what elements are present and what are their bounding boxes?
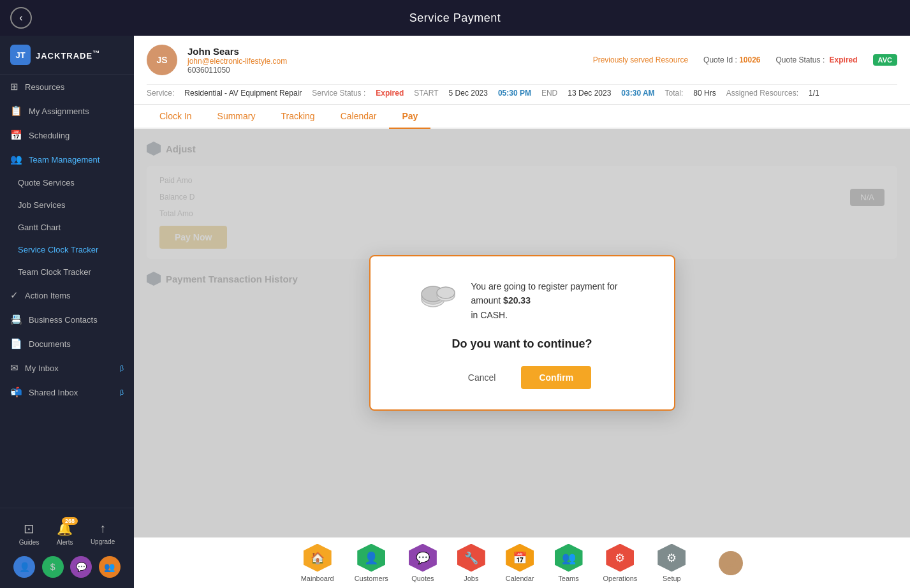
teams-icon: 👥 (555, 544, 583, 572)
documents-icon: 📄 (10, 338, 22, 349)
service-status-val: Expired (376, 89, 404, 98)
service-label: Service: (147, 89, 174, 98)
modal-icon-row: You are going to register payment for am… (420, 279, 624, 322)
tab-summary[interactable]: Summary (205, 105, 268, 129)
end-time: 03:30 AM (621, 89, 654, 98)
nav-setup[interactable]: ⚙ Setup (657, 544, 686, 582)
user-icon-dollar[interactable]: $ (42, 556, 64, 578)
sidebar-item-scheduling[interactable]: 📅 Scheduling (0, 123, 134, 147)
tab-calendar[interactable]: Calendar (328, 105, 390, 129)
sidebar-item-job-services[interactable]: Job Services (0, 194, 134, 216)
sidebar-item-team-clock-tracker[interactable]: Team Clock Tracker (0, 261, 134, 283)
sidebar: JT JACKTRADE™ ⊞ Resources 📋 My Assignmen… (0, 36, 134, 588)
coins-icon (420, 281, 459, 320)
sidebar-item-service-clock-tracker[interactable]: Service Clock Tracker (0, 239, 134, 261)
guides-icon: ⊡ (24, 521, 34, 536)
content-area: JS John Sears john@electronic-lifestyle.… (134, 36, 910, 588)
tab-pay[interactable]: Pay (389, 105, 430, 129)
user-icon-row: 👤 $ 💬 👥 (0, 551, 134, 580)
user-icon-group[interactable]: 👥 (99, 556, 121, 578)
previously-served: Previously served Resource (593, 55, 688, 64)
team-mgmt-icon: 👥 (10, 154, 22, 165)
business-contacts-icon: 📇 (10, 314, 22, 325)
sidebar-item-business-contacts[interactable]: 📇 Business Contacts (0, 307, 134, 332)
nav-operations[interactable]: ⚙ Operations (603, 544, 638, 582)
modal-message: You are going to register payment for am… (471, 279, 624, 322)
upgrade-button[interactable]: ↑ Upgrade (91, 521, 115, 546)
sidebar-item-shared-inbox[interactable]: 📬 Shared Inbox β (0, 380, 134, 404)
service-name: Residential - AV Equipment Repair (184, 89, 302, 98)
action-items-icon: ✓ (10, 290, 18, 301)
page-title: Service Payment (409, 11, 501, 25)
tabs-bar: Clock In Summary Tracking Calendar Pay (134, 105, 910, 129)
assigned-value: 1/1 (809, 89, 819, 98)
confirm-modal: You are going to register payment for am… (369, 255, 675, 411)
tab-tracking[interactable]: Tracking (268, 105, 327, 129)
quote-id: Quote Id : 10026 (703, 55, 760, 64)
alerts-count-badge: 268 (62, 517, 78, 525)
profile-email: john@electronic-lifestyle.com (187, 57, 583, 66)
back-button[interactable]: ‹ (10, 7, 32, 29)
end-date: 13 Dec 2023 (568, 89, 611, 98)
sidebar-item-team-management[interactable]: 👥 Team Management (0, 147, 134, 172)
cancel-button[interactable]: Cancel (453, 366, 511, 389)
nav-customers[interactable]: 👤 Customers (355, 544, 388, 582)
svg-point-11 (437, 287, 455, 298)
sidebar-item-my-assignments[interactable]: 📋 My Assignments (0, 99, 134, 123)
shared-inbox-icon: 📬 (10, 386, 22, 398)
profile-header: JS John Sears john@electronic-lifestyle.… (134, 36, 910, 105)
inbox-icon: ✉ (10, 362, 18, 374)
logo-text: JACKTRADE™ (36, 49, 100, 61)
end-label: END (541, 89, 557, 98)
nav-teams[interactable]: 👥 Teams (555, 544, 583, 582)
top-bar: ‹ Service Payment (0, 0, 910, 36)
avc-badge: AVC (873, 54, 897, 66)
modal-buttons: Cancel Confirm (453, 366, 591, 389)
start-label: START (414, 89, 438, 98)
operations-icon: ⚙ (606, 544, 634, 572)
nav-quotes[interactable]: 💬 Quotes (409, 544, 437, 582)
modal-question: Do you want to continue? (452, 337, 592, 351)
profile-name: John Sears (187, 46, 583, 57)
inbox-badge: β (120, 365, 124, 372)
logo-icon: JT (10, 45, 31, 65)
tab-clock-in[interactable]: Clock In (147, 105, 205, 129)
user-avatar-nav[interactable] (719, 551, 743, 575)
customers-icon: 👤 (357, 544, 385, 572)
quote-status: Quote Status : Expired (776, 55, 858, 64)
svg-point-13 (723, 566, 739, 575)
sidebar-item-documents[interactable]: 📄 Documents (0, 332, 134, 356)
nav-calendar[interactable]: 📅 Calendar (506, 544, 534, 582)
profile-meta: Previously served Resource Quote Id : 10… (593, 54, 897, 66)
sidebar-item-gantt-chart[interactable]: Gantt Chart (0, 216, 134, 239)
service-status-label: Service Status : (312, 89, 365, 98)
setup-icon: ⚙ (657, 544, 686, 572)
guides-button[interactable]: ⊡ Guides (19, 521, 40, 546)
nav-jobs[interactable]: 🔧 Jobs (457, 544, 485, 582)
scheduling-icon: 📅 (10, 129, 22, 141)
alerts-button[interactable]: 🔔 268 Alerts (57, 521, 73, 546)
confirm-button[interactable]: Confirm (521, 366, 591, 389)
nav-mainboard[interactable]: 🏠 Mainboard (301, 544, 334, 582)
sidebar-item-quote-services[interactable]: Quote Services (0, 172, 134, 194)
profile-phone: 6036011050 (187, 66, 583, 75)
service-row: Service: Residential - AV Equipment Repa… (147, 84, 897, 104)
sidebar-item-my-inbox[interactable]: ✉ My Inbox β (0, 356, 134, 380)
resources-icon: ⊞ (10, 81, 18, 92)
upgrade-icon: ↑ (99, 521, 106, 536)
avatar: JS (147, 45, 177, 75)
svg-point-12 (726, 555, 736, 565)
start-date: 5 Dec 2023 (449, 89, 488, 98)
assigned-label: Assigned Resources: (726, 89, 798, 98)
user-icon-chat[interactable]: 💬 (70, 556, 92, 578)
bottom-nav: 🏠 Mainboard 👤 Customers 💬 Quotes 🔧 Jobs … (134, 537, 910, 588)
sidebar-bottom: ⊡ Guides 🔔 268 Alerts ↑ Upgrade 👤 $ (0, 508, 134, 588)
shared-inbox-badge: β (120, 389, 124, 396)
sidebar-item-action-items[interactable]: ✓ Action Items (0, 283, 134, 307)
quotes-icon: 💬 (409, 544, 437, 572)
user-icon-person[interactable]: 👤 (13, 556, 35, 578)
page-content: Adjust Paid Amo Balance D N/A Total Amo (134, 129, 910, 537)
sidebar-item-resources[interactable]: ⊞ Resources (0, 75, 134, 99)
mainboard-icon: 🏠 (304, 544, 332, 572)
alerts-icon: 🔔 268 (57, 521, 73, 536)
